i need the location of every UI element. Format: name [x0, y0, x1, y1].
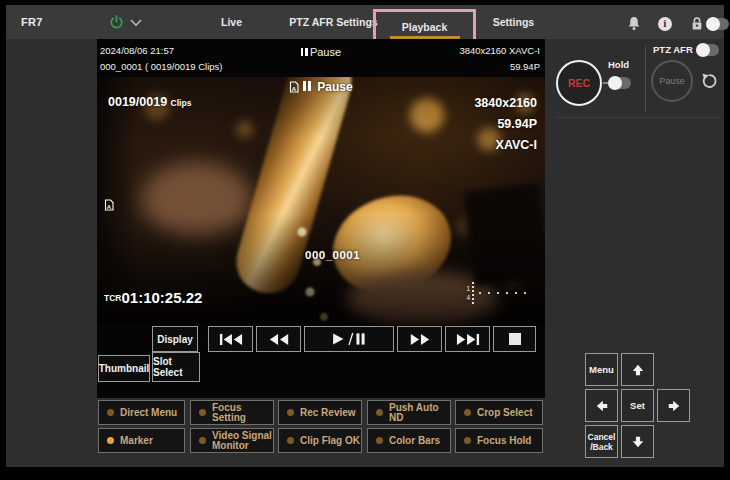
osd-audio-level-meter: 14: [466, 282, 531, 304]
play-pause-button[interactable]: [304, 326, 394, 352]
power-icon[interactable]: [109, 15, 124, 30]
cancel-back-button[interactable]: Cancel /Back: [585, 425, 618, 458]
display-button[interactable]: Display: [152, 326, 198, 352]
arrow-up-button[interactable]: [621, 353, 654, 386]
panel-divider: [645, 46, 646, 112]
arrow-up-icon: [631, 363, 645, 377]
lock-icon[interactable]: [690, 16, 705, 31]
ptz-afr-label: PTZ AFR: [653, 44, 693, 55]
assign-led: [376, 437, 383, 444]
svg-text:A: A: [292, 86, 297, 92]
assignable-button-video-signal-monitor[interactable]: Video Signal Monitor: [190, 428, 274, 453]
lock-toggle[interactable]: [706, 18, 729, 30]
assign-led: [199, 437, 206, 444]
assign-led: [287, 409, 294, 416]
osd-codec: XAVC-I: [474, 135, 537, 156]
assignable-button-push-auto-nd[interactable]: Push Auto ND: [367, 400, 451, 425]
assignable-button-focus-hold[interactable]: Focus Hold: [455, 428, 543, 453]
playback-monitor-area: 2024/08/06 21:57 000_0001 ( 0019/0019 Cl…: [97, 39, 545, 398]
photo-left-shadow: [97, 77, 137, 325]
playback-video-frame: A Pause 0019/0019 Clips 3840x2160 59.94P…: [97, 77, 545, 325]
assign-led: [464, 409, 471, 416]
rec-button[interactable]: REC: [556, 60, 602, 106]
panel-divider: [556, 117, 722, 118]
arrow-down-button[interactable]: [621, 425, 654, 458]
tab-settings[interactable]: Settings: [476, 5, 551, 39]
slot-select-button[interactable]: Slot Select: [152, 352, 200, 382]
camera-model-label: FR7: [21, 16, 43, 28]
top-bar: FR7 Live PTZ AFR Settings Playback Setti…: [6, 5, 724, 39]
toggle-knob: [696, 43, 710, 57]
assignable-button-direct-menu[interactable]: Direct Menu: [98, 400, 185, 425]
arrow-left-button[interactable]: [585, 389, 618, 422]
arrow-left-icon: [595, 399, 609, 413]
fast-forward-icon: [409, 333, 431, 346]
assignable-button-focus-setting[interactable]: Focus Setting: [190, 400, 274, 425]
bell-icon[interactable]: [627, 16, 642, 31]
osd-resolution: 3840x2160: [474, 93, 537, 114]
tab-live[interactable]: Live: [184, 5, 279, 39]
osd-timecode: TCR01:10:25.22: [104, 289, 202, 307]
skip-end-icon: [456, 333, 480, 346]
assign-led: [287, 437, 294, 444]
set-button[interactable]: Set: [621, 389, 654, 422]
rewind-icon: [268, 333, 290, 346]
media-card-a-icon: A: [289, 81, 299, 93]
audio-meter-scale: [472, 282, 474, 304]
assignable-button-color-bars[interactable]: Color Bars: [367, 428, 451, 453]
audio-meter-dots: [479, 292, 531, 294]
clip-info: 000_0001 ( 0019/0019 Clips): [100, 61, 223, 72]
assignable-button-marker[interactable]: Marker: [98, 428, 185, 453]
osd-clip-name: 000_0001: [305, 249, 360, 261]
menu-button[interactable]: Menu: [585, 353, 618, 386]
skip-end-button[interactable]: [445, 326, 490, 352]
assignable-button-rec-review[interactable]: Rec Review: [278, 400, 362, 425]
stop-button[interactable]: [493, 326, 536, 352]
chevron-down-icon[interactable]: [130, 19, 142, 27]
fast-forward-button[interactable]: [397, 326, 442, 352]
media-card-a-icon: A: [104, 199, 114, 211]
toggle-knob: [608, 76, 622, 90]
skip-start-button[interactable]: [208, 326, 253, 352]
assign-led: [199, 409, 206, 416]
svg-text:A: A: [107, 204, 112, 210]
osd-pause-indicator: A Pause: [97, 80, 545, 94]
info-icon[interactable]: i: [658, 17, 672, 31]
recording-framerate: 59.94P: [510, 61, 540, 72]
pause-bars-icon: [303, 80, 313, 94]
fr7-playback-screen: FR7 Live PTZ AFR Settings Playback Setti…: [0, 0, 730, 480]
recording-format: 3840x2160 XAVC-I: [459, 45, 540, 56]
arrow-right-icon: [667, 399, 681, 413]
rec-hold-toggle[interactable]: [608, 77, 631, 89]
skip-start-icon: [219, 333, 243, 346]
stop-icon: [509, 333, 521, 345]
tab-ptz-afr-settings[interactable]: PTZ AFR Settings: [281, 5, 386, 39]
osd-framerate: 59.94P: [474, 114, 537, 135]
ptz-pause-button[interactable]: Pause: [651, 60, 693, 102]
assign-led: [107, 437, 114, 444]
assignable-button-crop-select[interactable]: Crop Select: [455, 400, 543, 425]
assign-led: [464, 437, 471, 444]
reset-icon[interactable]: [700, 72, 718, 90]
thumbnail-button[interactable]: Thumbnail: [98, 355, 150, 382]
ptz-afr-toggle[interactable]: [696, 44, 719, 56]
play-pause-icon: [331, 332, 367, 346]
arrow-right-button[interactable]: [657, 389, 690, 422]
osd-clip-counter: 0019/0019 Clips: [108, 95, 191, 109]
rewind-button[interactable]: [256, 326, 301, 352]
arrow-down-icon: [631, 435, 645, 449]
pause-bars-icon: [301, 46, 310, 58]
osd-format-stack: 3840x2160 59.94P XAVC-I: [474, 93, 537, 156]
hold-label: Hold: [608, 59, 629, 70]
assignable-button-clip-flag-ok[interactable]: Clip Flag OK: [278, 428, 362, 453]
assign-led: [107, 409, 114, 416]
toggle-knob: [706, 17, 720, 31]
assign-led: [376, 409, 383, 416]
